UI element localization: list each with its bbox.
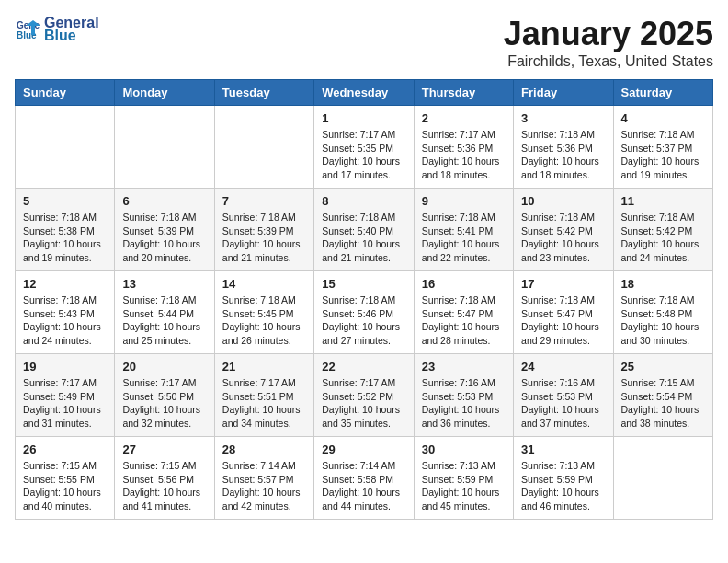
day-number: 2 — [422, 111, 506, 125]
title-area: January 2025 Fairchilds, Texas, United S… — [504, 15, 713, 70]
day-info: Sunrise: 7:18 AM Sunset: 5:36 PM Dayligh… — [521, 128, 605, 182]
day-number: 27 — [122, 442, 206, 456]
day-cell: 24Sunrise: 7:16 AM Sunset: 5:53 PM Dayli… — [514, 354, 613, 437]
day-info: Sunrise: 7:14 AM Sunset: 5:57 PM Dayligh… — [222, 459, 306, 513]
day-number: 19 — [23, 360, 107, 373]
day-info: Sunrise: 7:16 AM Sunset: 5:53 PM Dayligh… — [521, 376, 605, 431]
day-number: 26 — [23, 442, 107, 456]
day-number: 23 — [422, 360, 506, 373]
day-info: Sunrise: 7:18 AM Sunset: 5:44 PM Dayligh… — [122, 293, 206, 348]
day-cell — [613, 437, 712, 520]
day-cell: 27Sunrise: 7:15 AM Sunset: 5:56 PM Dayli… — [115, 437, 214, 520]
day-cell: 28Sunrise: 7:14 AM Sunset: 5:57 PM Dayli… — [214, 437, 313, 520]
day-number: 20 — [122, 360, 206, 373]
day-cell: 3Sunrise: 7:18 AM Sunset: 5:36 PM Daylig… — [514, 106, 613, 189]
week-row-4: 19Sunrise: 7:17 AM Sunset: 5:49 PM Dayli… — [16, 354, 713, 437]
day-number: 29 — [322, 442, 405, 456]
day-info: Sunrise: 7:17 AM Sunset: 5:51 PM Dayligh… — [222, 376, 306, 431]
week-row-2: 5Sunrise: 7:18 AM Sunset: 5:38 PM Daylig… — [16, 189, 713, 271]
day-info: Sunrise: 7:17 AM Sunset: 5:49 PM Dayligh… — [23, 376, 107, 431]
day-info: Sunrise: 7:18 AM Sunset: 5:37 PM Dayligh… — [621, 128, 705, 182]
day-info: Sunrise: 7:18 AM Sunset: 5:42 PM Dayligh… — [521, 211, 605, 265]
day-number: 24 — [521, 360, 605, 373]
header-day-thursday: Thursday — [414, 80, 513, 106]
calendar-title: January 2025 — [504, 15, 713, 53]
day-info: Sunrise: 7:18 AM Sunset: 5:39 PM Dayligh… — [122, 211, 206, 265]
day-cell: 9Sunrise: 7:18 AM Sunset: 5:41 PM Daylig… — [414, 189, 513, 271]
header-day-tuesday: Tuesday — [214, 80, 313, 106]
day-info: Sunrise: 7:14 AM Sunset: 5:58 PM Dayligh… — [322, 459, 405, 513]
day-number: 11 — [621, 194, 705, 208]
day-cell: 8Sunrise: 7:18 AM Sunset: 5:40 PM Daylig… — [314, 189, 414, 271]
day-number: 4 — [621, 111, 705, 125]
header-day-sunday: Sunday — [16, 80, 115, 106]
header-day-wednesday: Wednesday — [314, 80, 414, 106]
day-cell: 21Sunrise: 7:17 AM Sunset: 5:51 PM Dayli… — [214, 354, 313, 437]
day-number: 10 — [521, 194, 605, 208]
day-number: 7 — [222, 194, 306, 208]
day-info: Sunrise: 7:18 AM Sunset: 5:40 PM Dayligh… — [322, 211, 405, 265]
day-number: 28 — [222, 442, 306, 456]
day-number: 16 — [422, 277, 506, 291]
day-info: Sunrise: 7:13 AM Sunset: 5:59 PM Dayligh… — [521, 459, 605, 513]
day-number: 15 — [322, 277, 405, 291]
day-cell — [214, 106, 313, 189]
day-number: 5 — [23, 194, 107, 208]
day-info: Sunrise: 7:16 AM Sunset: 5:53 PM Dayligh… — [422, 376, 506, 431]
day-cell: 7Sunrise: 7:18 AM Sunset: 5:39 PM Daylig… — [214, 189, 313, 271]
day-info: Sunrise: 7:18 AM Sunset: 5:46 PM Dayligh… — [322, 293, 405, 348]
day-cell: 19Sunrise: 7:17 AM Sunset: 5:49 PM Dayli… — [16, 354, 115, 437]
day-number: 1 — [322, 111, 405, 125]
day-info: Sunrise: 7:15 AM Sunset: 5:54 PM Dayligh… — [621, 376, 705, 431]
day-info: Sunrise: 7:17 AM Sunset: 5:35 PM Dayligh… — [322, 128, 405, 182]
day-number: 3 — [521, 111, 605, 125]
day-cell: 26Sunrise: 7:15 AM Sunset: 5:55 PM Dayli… — [16, 437, 115, 520]
day-info: Sunrise: 7:17 AM Sunset: 5:52 PM Dayligh… — [322, 376, 405, 431]
logo: General Blue General Blue — [15, 15, 99, 44]
day-info: Sunrise: 7:18 AM Sunset: 5:47 PM Dayligh… — [521, 293, 605, 348]
logo-icon: General Blue — [15, 17, 40, 42]
day-cell: 13Sunrise: 7:18 AM Sunset: 5:44 PM Dayli… — [115, 271, 214, 354]
day-cell: 29Sunrise: 7:14 AM Sunset: 5:58 PM Dayli… — [314, 437, 414, 520]
day-cell: 10Sunrise: 7:18 AM Sunset: 5:42 PM Dayli… — [514, 189, 613, 271]
day-number: 13 — [122, 277, 206, 291]
header-day-friday: Friday — [514, 80, 613, 106]
day-cell: 30Sunrise: 7:13 AM Sunset: 5:59 PM Dayli… — [414, 437, 513, 520]
header: General Blue General Blue January 2025 F… — [15, 15, 713, 70]
day-number: 30 — [422, 442, 506, 456]
day-info: Sunrise: 7:18 AM Sunset: 5:47 PM Dayligh… — [422, 293, 506, 348]
day-info: Sunrise: 7:17 AM Sunset: 5:50 PM Dayligh… — [122, 376, 206, 431]
day-cell: 14Sunrise: 7:18 AM Sunset: 5:45 PM Dayli… — [214, 271, 313, 354]
week-row-5: 26Sunrise: 7:15 AM Sunset: 5:55 PM Dayli… — [16, 437, 713, 520]
day-cell: 31Sunrise: 7:13 AM Sunset: 5:59 PM Dayli… — [514, 437, 613, 520]
day-cell — [16, 106, 115, 189]
day-cell — [115, 106, 214, 189]
header-day-saturday: Saturday — [613, 80, 712, 106]
day-number: 14 — [222, 277, 306, 291]
calendar-subtitle: Fairchilds, Texas, United States — [504, 53, 713, 70]
day-info: Sunrise: 7:18 AM Sunset: 5:39 PM Dayligh… — [222, 211, 306, 265]
day-number: 12 — [23, 277, 107, 291]
day-cell: 18Sunrise: 7:18 AM Sunset: 5:48 PM Dayli… — [613, 271, 712, 354]
day-number: 6 — [122, 194, 206, 208]
day-info: Sunrise: 7:15 AM Sunset: 5:56 PM Dayligh… — [122, 459, 206, 513]
day-cell: 15Sunrise: 7:18 AM Sunset: 5:46 PM Dayli… — [314, 271, 414, 354]
header-row: SundayMondayTuesdayWednesdayThursdayFrid… — [16, 80, 713, 106]
day-info: Sunrise: 7:18 AM Sunset: 5:38 PM Dayligh… — [23, 211, 107, 265]
day-number: 17 — [521, 277, 605, 291]
day-info: Sunrise: 7:15 AM Sunset: 5:55 PM Dayligh… — [23, 459, 107, 513]
calendar-table: SundayMondayTuesdayWednesdayThursdayFrid… — [15, 79, 713, 520]
day-cell: 4Sunrise: 7:18 AM Sunset: 5:37 PM Daylig… — [613, 106, 712, 189]
day-number: 21 — [222, 360, 306, 373]
day-info: Sunrise: 7:18 AM Sunset: 5:45 PM Dayligh… — [222, 293, 306, 348]
day-cell: 5Sunrise: 7:18 AM Sunset: 5:38 PM Daylig… — [16, 189, 115, 271]
week-row-1: 1Sunrise: 7:17 AM Sunset: 5:35 PM Daylig… — [16, 106, 713, 189]
header-day-monday: Monday — [115, 80, 214, 106]
day-info: Sunrise: 7:17 AM Sunset: 5:36 PM Dayligh… — [422, 128, 506, 182]
day-cell: 11Sunrise: 7:18 AM Sunset: 5:42 PM Dayli… — [613, 189, 712, 271]
day-info: Sunrise: 7:18 AM Sunset: 5:43 PM Dayligh… — [23, 293, 107, 348]
day-info: Sunrise: 7:18 AM Sunset: 5:42 PM Dayligh… — [621, 211, 705, 265]
day-number: 22 — [322, 360, 405, 373]
day-cell: 12Sunrise: 7:18 AM Sunset: 5:43 PM Dayli… — [16, 271, 115, 354]
day-cell: 17Sunrise: 7:18 AM Sunset: 5:47 PM Dayli… — [514, 271, 613, 354]
